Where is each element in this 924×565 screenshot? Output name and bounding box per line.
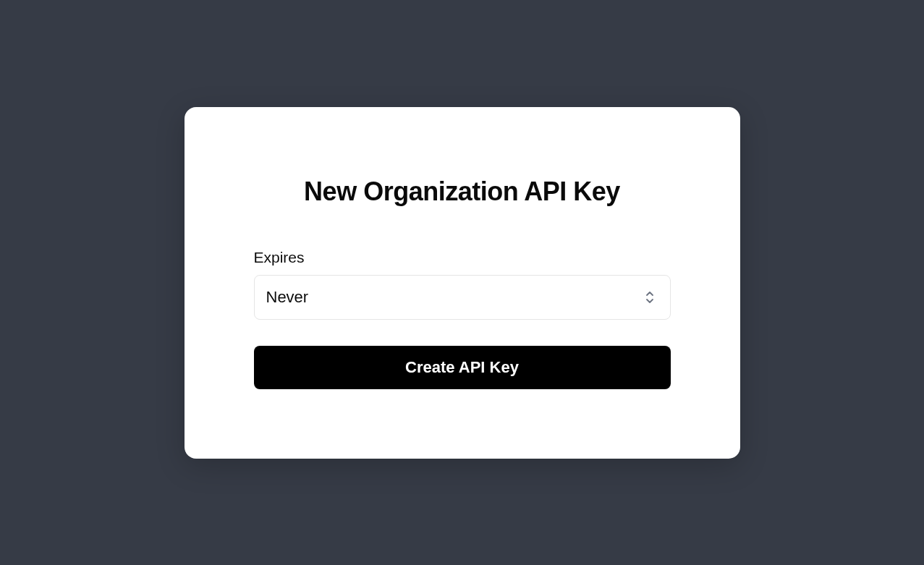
expires-select-wrapper: Never — [254, 275, 671, 320]
expires-label: Expires — [254, 249, 671, 266]
expires-select-value: Never — [266, 288, 309, 307]
new-api-key-modal: New Organization API Key Expires Never C… — [185, 107, 740, 459]
expires-select[interactable]: Never — [254, 275, 671, 320]
modal-title: New Organization API Key — [254, 177, 671, 207]
create-api-key-button[interactable]: Create API Key — [254, 346, 671, 389]
expires-field: Expires Never — [254, 249, 671, 320]
